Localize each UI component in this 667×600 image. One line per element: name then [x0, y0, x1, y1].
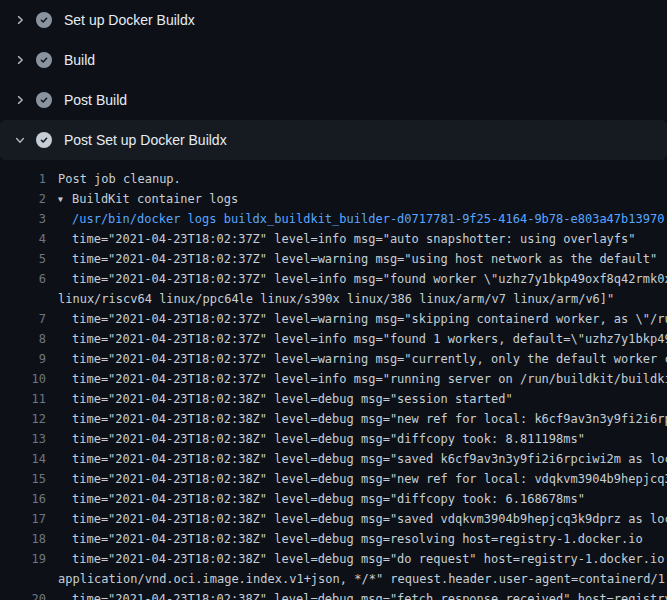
- log-line-text: time="2021-04-23T18:02:38Z" level=debug …: [72, 392, 513, 406]
- step-label: Build: [64, 52, 95, 68]
- log-line-number[interactable]: 1: [0, 172, 46, 186]
- steps-list: Set up Docker Buildx Build Post Build: [0, 0, 667, 160]
- step-row-post-build[interactable]: Post Build: [0, 80, 667, 120]
- log-line: 18 time="2021-04-23T18:02:38Z" level=deb…: [0, 529, 667, 549]
- log-line-number[interactable]: 6: [0, 272, 46, 286]
- log-line: 16 time="2021-04-23T18:02:38Z" level=deb…: [0, 489, 667, 509]
- log-line-number[interactable]: 20: [0, 592, 46, 600]
- log-line-text: time="2021-04-23T18:02:37Z" level=warnin…: [72, 352, 667, 366]
- log-line: 6 time="2021-04-23T18:02:37Z" level=info…: [0, 269, 667, 289]
- log-line-text: time="2021-04-23T18:02:38Z" level=debug …: [72, 492, 585, 506]
- log-line: 1 Post job cleanup.: [0, 169, 667, 189]
- log-line: 5 time="2021-04-23T18:02:37Z" level=warn…: [0, 249, 667, 269]
- log-line-text: Post job cleanup.: [58, 172, 181, 186]
- log-line: 7 time="2021-04-23T18:02:37Z" level=warn…: [0, 309, 667, 329]
- log-line: 19 time="2021-04-23T18:02:38Z" level=deb…: [0, 549, 667, 569]
- step-row-set-up-docker-buildx[interactable]: Set up Docker Buildx: [0, 0, 667, 40]
- log-line-number[interactable]: 11: [0, 392, 46, 406]
- chevron-right-icon[interactable]: [12, 52, 28, 68]
- log-line-number[interactable]: 16: [0, 492, 46, 506]
- log-line-text: BuildKit container logs: [72, 192, 238, 206]
- log-line: 2 ▼ BuildKit container logs: [0, 189, 667, 209]
- log-line-number[interactable]: 12: [0, 412, 46, 426]
- chevron-right-icon[interactable]: [12, 92, 28, 108]
- log-line-text: time="2021-04-23T18:02:37Z" level=info m…: [72, 232, 636, 246]
- log-line: 15 time="2021-04-23T18:02:38Z" level=deb…: [0, 469, 667, 489]
- log-line-number[interactable]: 14: [0, 452, 46, 466]
- log-line-number[interactable]: 18: [0, 532, 46, 546]
- log-line: 20 time="2021-04-23T18:02:38Z" level=deb…: [0, 589, 667, 600]
- log-area: 1 Post job cleanup. 2 ▼ BuildKit contain…: [0, 160, 667, 600]
- log-line-number[interactable]: 5: [0, 252, 46, 266]
- step-label: Set up Docker Buildx: [64, 12, 195, 28]
- check-circle-icon: [36, 12, 52, 28]
- log-line: 13 time="2021-04-23T18:02:38Z" level=deb…: [0, 429, 667, 449]
- log-line-text: linux/riscv64 linux/ppc64le linux/s390x …: [58, 292, 614, 306]
- check-circle-icon: [36, 52, 52, 68]
- log-line-text: time="2021-04-23T18:02:38Z" level=debug …: [72, 412, 667, 426]
- log-line-text: time="2021-04-23T18:02:37Z" level=warnin…: [72, 252, 657, 266]
- log-line-text: /usr/bin/docker logs buildx_buildkit_bui…: [72, 212, 664, 226]
- log-line: linux/riscv64 linux/ppc64le linux/s390x …: [0, 289, 667, 309]
- log-line: 10 time="2021-04-23T18:02:37Z" level=inf…: [0, 369, 667, 389]
- group-collapse-triangle-icon[interactable]: ▼: [58, 195, 72, 204]
- check-circle-icon: [36, 92, 52, 108]
- log-line-text: time="2021-04-23T18:02:38Z" level=debug …: [72, 552, 667, 566]
- log-line: 11 time="2021-04-23T18:02:38Z" level=deb…: [0, 389, 667, 409]
- step-row-build[interactable]: Build: [0, 40, 667, 80]
- chevron-down-icon[interactable]: [12, 132, 28, 148]
- log-line-text: time="2021-04-23T18:02:37Z" level=info m…: [72, 372, 667, 386]
- log-line-number[interactable]: 9: [0, 352, 46, 366]
- log-line-number[interactable]: 15: [0, 472, 46, 486]
- log-line-number[interactable]: 19: [0, 552, 46, 566]
- log-line-text: time="2021-04-23T18:02:38Z" level=debug …: [72, 472, 667, 486]
- log-line: 3 /usr/bin/docker logs buildx_buildkit_b…: [0, 209, 667, 229]
- log-line-number[interactable]: 4: [0, 232, 46, 246]
- log-line: 12 time="2021-04-23T18:02:38Z" level=deb…: [0, 409, 667, 429]
- log-line-text: time="2021-04-23T18:02:38Z" level=debug …: [72, 532, 643, 546]
- check-circle-icon: [36, 132, 52, 148]
- log-line-number[interactable]: 8: [0, 332, 46, 346]
- log-line-number[interactable]: 2: [0, 192, 46, 206]
- log-line-number[interactable]: 7: [0, 312, 46, 326]
- log-line-text: time="2021-04-23T18:02:38Z" level=debug …: [72, 432, 585, 446]
- log-line-text: time="2021-04-23T18:02:38Z" level=debug …: [72, 452, 667, 466]
- log-line: 8 time="2021-04-23T18:02:37Z" level=info…: [0, 329, 667, 349]
- log-line-text: application/vnd.oci.image.index.v1+json,…: [58, 572, 667, 586]
- log-line-text: time="2021-04-23T18:02:37Z" level=info m…: [72, 272, 667, 286]
- log-line: 14 time="2021-04-23T18:02:38Z" level=deb…: [0, 449, 667, 469]
- log-line-number[interactable]: 3: [0, 212, 46, 226]
- step-label: Post Build: [64, 92, 127, 108]
- log-line-text: time="2021-04-23T18:02:37Z" level=warnin…: [72, 312, 667, 326]
- step-row-post-set-up-docker-buildx[interactable]: Post Set up Docker Buildx: [0, 120, 667, 160]
- chevron-right-icon[interactable]: [12, 12, 28, 28]
- log-line: 17 time="2021-04-23T18:02:38Z" level=deb…: [0, 509, 667, 529]
- log-line: 4 time="2021-04-23T18:02:37Z" level=info…: [0, 229, 667, 249]
- log-line-number[interactable]: 10: [0, 372, 46, 386]
- log-line-text: time="2021-04-23T18:02:37Z" level=info m…: [72, 332, 667, 346]
- step-label: Post Set up Docker Buildx: [64, 132, 227, 148]
- log-line-text: time="2021-04-23T18:02:38Z" level=debug …: [72, 592, 667, 600]
- log-line: 9 time="2021-04-23T18:02:37Z" level=warn…: [0, 349, 667, 369]
- log-line-number[interactable]: 17: [0, 512, 46, 526]
- log-line-number[interactable]: 13: [0, 432, 46, 446]
- log-line: application/vnd.oci.image.index.v1+json,…: [0, 569, 667, 589]
- log-line-text: time="2021-04-23T18:02:38Z" level=debug …: [72, 512, 667, 526]
